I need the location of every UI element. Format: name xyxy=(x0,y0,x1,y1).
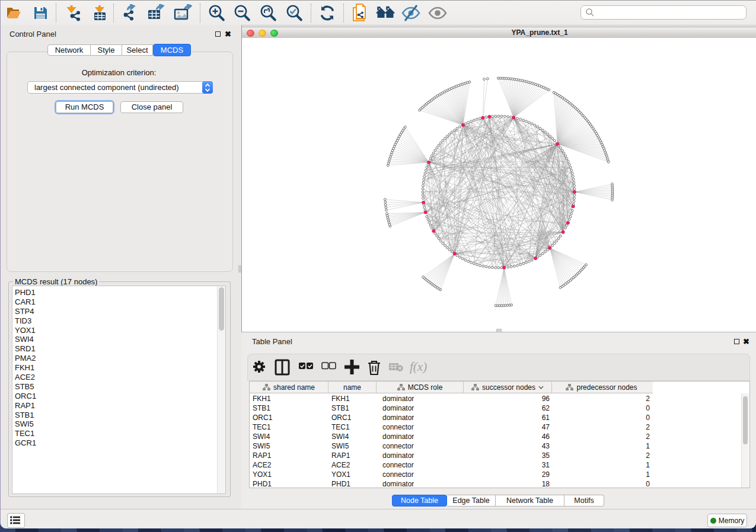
svg-text:f(x): f(x) xyxy=(410,360,427,374)
